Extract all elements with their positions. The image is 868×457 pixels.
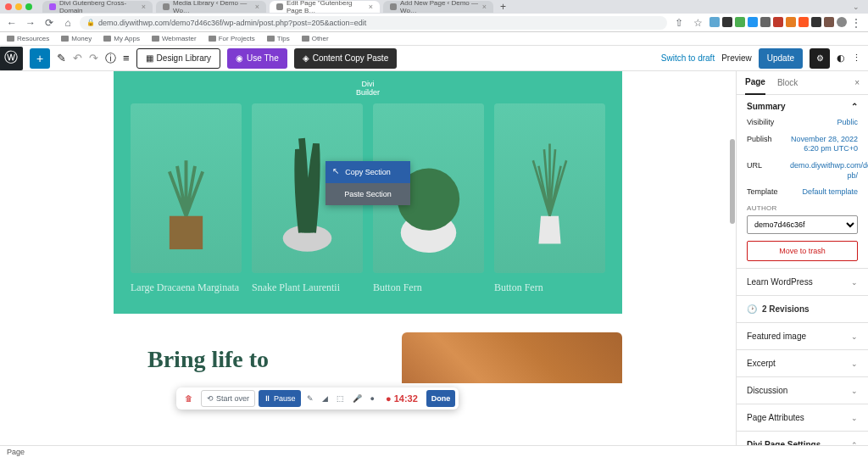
kebab-menu-icon[interactable]: ⋮ [849,17,863,29]
share-icon[interactable]: ⇧ [672,17,686,29]
profile-avatar[interactable] [837,17,847,27]
product-card[interactable]: Button Fern [494,103,605,293]
bookmark-folder[interactable]: Resources [7,35,49,42]
page-section[interactable]: Bring life to [114,332,622,373]
close-tab-icon[interactable]: × [482,3,487,11]
bookmark-folder[interactable]: My Apps [103,35,140,42]
close-tab-icon[interactable]: × [142,3,146,11]
minimize-window[interactable] [15,3,22,10]
extension-icon[interactable] [798,17,809,27]
close-tab-icon[interactable]: × [369,3,373,11]
pen-icon[interactable]: ✎ [304,390,316,407]
author-select[interactable]: demo7d46c36f [747,215,858,234]
browser-tab[interactable]: Divi Gutenberg Cross-Domain× [42,1,153,13]
mic-icon[interactable]: 🎤 [350,390,364,407]
discussion-panel[interactable]: Discussion⌄ [737,377,868,404]
divi-page-settings-panel[interactable]: Divi Page Settings⌃ [737,432,868,445]
address-bar[interactable]: 🔒 demo.diywithwp.com/demo7d46c36f/wp-adm… [80,16,667,30]
bookmark-folder[interactable]: For Projects [209,35,255,42]
blur-icon[interactable]: ⬚ [334,390,347,407]
design-library-button[interactable]: ▦Design Library [136,48,220,69]
dot-icon[interactable]: ● [368,390,377,407]
trash-icon[interactable]: 🗑 [180,390,198,407]
done-button[interactable]: Done [426,390,456,407]
page-attributes-panel[interactable]: Page Attributes⌄ [737,404,868,432]
clock-icon: 🕑 [747,304,757,314]
url-text: demo.diywithwp.com/demo7d46c36f/wp-admin… [98,19,366,27]
summary-header[interactable]: Summary⌃ [747,102,858,111]
new-tab-button[interactable]: + [497,1,509,13]
visibility-value[interactable]: Public [837,118,858,128]
settings-button[interactable]: ⚙ [810,48,830,69]
tab-overflow-icon[interactable]: ⌄ [849,3,863,11]
extension-icon[interactable] [760,17,771,27]
start-over-button[interactable]: ⟲Start over [201,390,255,407]
chevron-down-icon: ⌄ [851,414,858,422]
extension-icon[interactable] [722,17,732,27]
tab-block[interactable]: Block [777,71,798,94]
bookmark-folder[interactable]: Other [302,35,329,42]
browser-tab[interactable]: Media Library ‹ Demo — Wo…× [156,1,266,13]
paste-section-item[interactable]: Paste Section [326,183,410,205]
add-block-button[interactable]: + [30,48,50,69]
options-menu-icon[interactable]: ⋮ [852,53,861,64]
publish-value[interactable]: November 28, 2022 6:20 pm UTC+0 [790,135,858,154]
bookmark-folder[interactable]: Webmaster [152,35,197,42]
close-sidebar-icon[interactable]: × [854,78,860,87]
content-copy-paste-button[interactable]: ◈Content Copy Paste [294,48,398,69]
reload-button[interactable]: ⟳ [42,17,56,29]
forward-button[interactable]: → [24,17,37,29]
window-controls [5,3,32,10]
browser-tab[interactable]: Add New Page ‹ Demo — Wo…× [383,1,493,13]
product-card[interactable]: Large Dracaena Marginata [131,103,242,293]
undo-icon[interactable]: ↶ [73,52,82,64]
revisions-link[interactable]: 🕑2 Revisions [737,296,868,323]
sidebar-tabs: Page Block × [737,71,868,95]
highlight-icon[interactable]: ◢ [320,390,331,407]
extension-icon[interactable] [773,17,783,27]
star-icon[interactable]: ☆ [691,17,704,29]
divi-icon[interactable]: ◐ [837,53,845,64]
excerpt-panel[interactable]: Excerpt⌄ [737,350,868,377]
breadcrumb-bar: Page [0,445,868,457]
bookmark-folder[interactable]: Tips [267,35,290,42]
home-button[interactable]: ⌂ [61,17,75,29]
page-section[interactable]: DiviBuilder Large Dracaena Marginata Sna… [114,71,622,314]
chevron-down-icon: ⌄ [851,387,858,395]
breadcrumb[interactable]: Page [7,448,25,456]
info-icon[interactable]: ⓘ [105,51,116,66]
extension-icon[interactable] [709,17,720,27]
preview-link[interactable]: Preview [721,53,752,63]
bookmarks-bar: Resources Money My Apps Webmaster For Pr… [0,32,868,46]
author-label: AUTHOR [747,204,858,212]
scrollbar[interactable] [729,71,736,445]
switch-to-draft-link[interactable]: Switch to draft [661,53,715,63]
pause-button[interactable]: ⏸Pause [259,390,301,407]
use-the-button[interactable]: ◉Use The [227,48,287,69]
extension-icon[interactable] [735,17,745,27]
tab-page[interactable]: Page [745,71,765,95]
url-value[interactable]: demo.diywithwp.com/demo7d46c36f/gutenber… [790,161,858,181]
close-window[interactable] [5,3,12,10]
editor-canvas[interactable]: DiviBuilder Large Dracaena Marginata Sna… [0,71,736,445]
bookmark-folder[interactable]: Money [61,35,92,42]
extension-icon[interactable] [811,17,821,27]
featured-image-panel[interactable]: Featured image⌄ [737,323,868,350]
list-view-icon[interactable]: ≡ [123,52,130,64]
browser-tab-active[interactable]: Edit Page "Gutenberg Page B…× [270,1,380,13]
move-to-trash-button[interactable]: Move to trash [747,241,858,261]
redo-icon[interactable]: ↷ [89,52,98,64]
learn-wordpress-panel[interactable]: Learn WordPress⌄ [737,269,868,296]
close-tab-icon[interactable]: × [255,3,259,11]
extension-icon[interactable] [824,17,834,27]
template-value[interactable]: Default template [802,187,858,198]
maximize-window[interactable] [25,3,32,10]
edit-icon[interactable]: ✎ [57,52,66,64]
update-button[interactable]: Update [759,48,803,69]
wordpress-logo[interactable]: ⓦ [0,47,23,70]
back-button[interactable]: ← [5,17,19,29]
screen-recorder-bar[interactable]: 🗑 ⟲Start over ⏸Pause ✎ ◢ ⬚ 🎤 ● ● 14:32 D… [176,387,459,410]
extension-icon[interactable] [786,17,796,27]
scrollbar-thumb[interactable] [730,139,735,224]
extension-icon[interactable] [748,17,758,27]
